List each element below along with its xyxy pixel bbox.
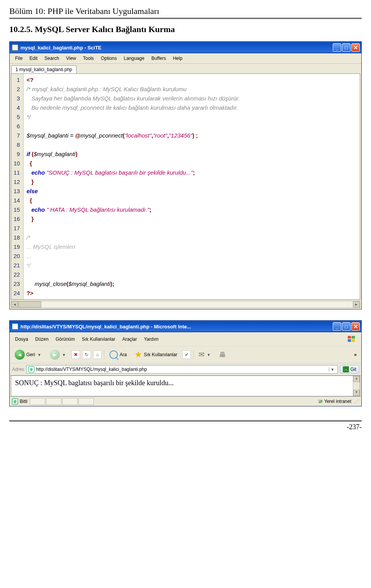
ie-address-bar: Adres e http://dislitas/VTYS/MYSQL/mysql… [10,363,361,375]
code-l7-var: $mysql_baglanti [27,132,68,139]
search-icon [109,350,118,359]
windows-flag-icon [344,334,359,345]
ie-close-button[interactable]: ✕ [351,322,360,331]
menu-options[interactable]: Options [98,55,120,62]
code-l2: /* mysql_kalici_baglanti.php : MySQL Kal… [27,86,187,92]
ie-go-label: Git [351,367,356,372]
ie-maximize-button[interactable]: □ [342,322,351,331]
code-l16: } [27,216,34,222]
code-l10: { [27,160,32,167]
ie-menu-yardim[interactable]: Yardım [141,336,162,343]
svg-rect-2 [348,339,351,342]
scite-gutter: 1 2 3 4 5 6 7 8 9 10 11 12 13 14 15 16 1… [11,74,24,299]
scite-tab-file[interactable]: 1 mysql_kalici_baglanti.php [11,65,77,73]
code-l18: /* [27,234,31,241]
ie-addr-input[interactable]: e http://dislitas/VTYS/MYSQL/mysql_kalic… [26,365,337,374]
code-l11-echo: echo [27,169,47,176]
ie-back-label: Geri [26,352,35,357]
ie-forward-button[interactable]: ► ▼ [47,348,70,361]
ie-statusbar: e Bitti 🖳 Yerel intranet ⋰ [10,396,361,406]
svg-rect-3 [352,339,355,342]
minimize-button[interactable]: _ [333,43,341,52]
section-title: 10.2.5. MySQL Server Kalıcı Bağlantı Kur… [9,24,362,34]
ie-window: http://dislitas/VTYS/MYSQL/mysql_kalici_… [9,320,362,406]
ie-menu-dosya[interactable]: Dosya [12,336,31,343]
resize-grip-icon[interactable]: ⋰ [354,399,359,404]
ie-status-page-icon: e [12,398,18,404]
ie-app-icon [12,323,18,330]
code-l19: ... MySQL işlemleri [27,243,75,250]
ie-page-output: SONUÇ : MySQL baglatısı başarılı bir şek… [15,379,174,387]
menu-view[interactable]: View [63,55,79,62]
scite-code[interactable]: <? /* mysql_kalici_baglanti.php : MySQL … [24,74,360,299]
ie-title-text: http://dislitas/VTYS/MYSQL/mysql_kalici_… [20,324,333,330]
refresh-icon[interactable]: ↻ [82,350,91,359]
scite-menubar: File Edit Search View Tools Options Lang… [10,53,361,64]
menu-file[interactable]: File [12,55,26,62]
scite-title-text: mysql_kalici_baglanti.php - SciTE [20,45,333,51]
ie-search-label: Ara [119,352,127,357]
menu-edit[interactable]: Edit [26,55,41,62]
ie-menu-araclar[interactable]: Araçlar [119,336,140,343]
status-pane [62,398,78,405]
ie-vscrollbar[interactable]: ▲ ▼ [353,376,360,396]
home-icon[interactable]: ⌂ [93,350,102,359]
ie-menu-gorunum[interactable]: Görünüm [53,336,78,343]
code-l12: } [27,178,34,185]
status-panes [30,398,94,405]
menu-language[interactable]: Language [121,55,147,62]
hscroll-thumb[interactable] [18,301,41,308]
ie-go-button[interactable]: → Git [340,365,359,374]
menu-search[interactable]: Search [41,55,62,62]
printer-icon: 🖶 [219,351,226,359]
vscroll-up-button[interactable]: ▲ [353,376,360,382]
toolbar-overflow-icon[interactable]: » [354,352,359,357]
ie-mail-button[interactable]: ✉ ▼ [196,349,214,360]
ie-print-button[interactable]: 🖶 [216,349,229,360]
ie-page-icon: e [28,366,34,372]
hscroll-right-button[interactable]: ► [353,301,360,308]
code-l21: */ [27,262,31,269]
ie-back-button[interactable]: ◄ Geri ▼ [12,348,45,361]
menu-help[interactable]: Help [170,55,186,62]
chevron-down-icon[interactable]: ▼ [37,353,42,357]
chevron-down-icon[interactable]: ▼ [61,353,67,357]
svg-rect-1 [352,336,355,339]
ie-favorites-button[interactable]: ★ Sık Kullanılanlar [132,348,180,361]
ie-security-zone: 🖳 Yerel intranet [318,399,351,404]
status-pane [46,398,61,405]
page-number: -237- [9,423,362,431]
footer-rule [9,420,362,421]
scite-hscrollbar[interactable]: ◄ ► [11,301,360,308]
scite-titlebar[interactable]: mysql_kalici_baglanti.php - SciTE _ □ ✕ [10,42,361,53]
ie-menu-sik[interactable]: Sık Kullanılanlar [79,336,119,343]
history-icon[interactable]: ✔ [182,350,191,359]
ie-menu-duzen[interactable]: Düzen [32,336,52,343]
ie-fav-label: Sık Kullanılanlar [144,352,177,357]
ie-titlebar[interactable]: http://dislitas/VTYS/MYSQL/mysql_kalici_… [10,321,361,332]
vscroll-down-button[interactable]: ▼ [353,390,360,396]
menu-buffers[interactable]: Buffers [148,55,169,62]
close-button[interactable]: ✕ [351,43,360,52]
ie-toolbar-buttons: ◄ Geri ▼ ► ▼ ✖ ↻ ⌂ Ara ★ Sık Kullanılanl… [10,346,361,363]
hscroll-track[interactable] [18,301,353,308]
go-arrow-icon: → [343,366,349,372]
code-l15-echo: echo [27,206,47,213]
ie-search-button[interactable]: Ara [107,349,129,360]
forward-arrow-icon: ► [50,350,60,360]
menu-tools[interactable]: Tools [80,55,97,62]
address-dropdown-icon[interactable]: ▼ [329,367,336,372]
code-l14: { [27,197,32,204]
ie-minimize-button[interactable]: _ [333,322,341,331]
scite-editor[interactable]: 1 2 3 4 5 6 7 8 9 10 11 12 13 14 15 16 1… [11,73,360,300]
stop-icon[interactable]: ✖ [71,350,80,359]
code-l13-else: else [27,188,38,194]
hscroll-left-button[interactable]: ◄ [11,301,18,308]
maximize-button[interactable]: □ [342,43,351,52]
ie-status-done: Bitti [20,399,27,404]
ie-menubar: Dosya Düzen Görünüm Sık Kullanılanlar Ar… [10,332,361,346]
ie-content-area[interactable]: SONUÇ : MySQL baglatısı başarılı bir şek… [11,376,360,396]
status-pane [78,398,94,405]
chevron-down-icon[interactable]: ▼ [206,353,211,357]
code-l5: */ [27,114,31,120]
